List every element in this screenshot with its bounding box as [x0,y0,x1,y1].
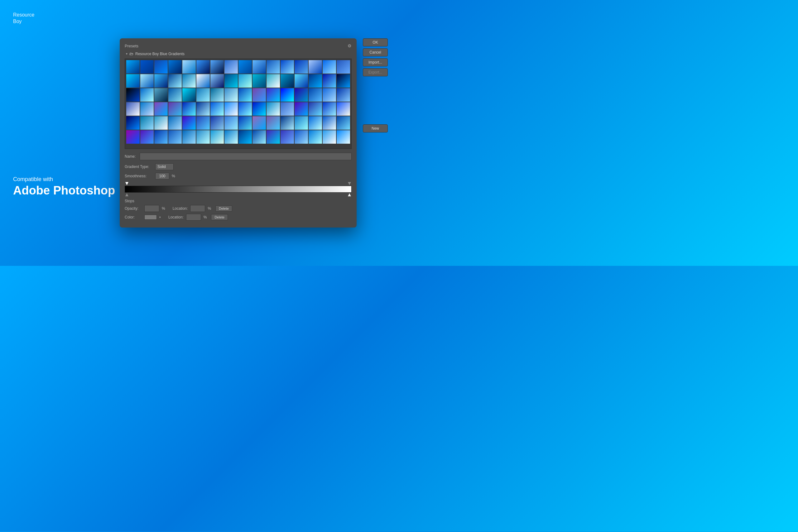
export-button[interactable]: Export... [363,68,388,76]
gradient-swatch-45[interactable] [294,88,308,101]
gradient-swatch-59[interactable] [267,102,280,116]
gradient-swatch-84[interactable] [168,130,182,144]
gradient-swatch-40[interactable] [225,88,238,101]
gradient-swatch-46[interactable] [309,88,322,101]
gear-icon[interactable]: ⚙ [347,43,352,48]
gradient-swatch-39[interactable] [210,88,224,101]
color-stop-right[interactable] [348,193,351,196]
color-dropdown-arrow[interactable]: ▾ [159,216,161,219]
gradient-swatch-70[interactable] [196,116,210,130]
gradient-swatch-30[interactable] [309,74,322,88]
gradient-swatch-15[interactable] [323,60,336,74]
gradient-swatch-12[interactable] [281,60,294,74]
gradient-swatch-20[interactable] [168,74,182,88]
gradient-swatch-35[interactable] [154,88,168,101]
gradient-swatch-7[interactable] [210,60,224,74]
name-input[interactable] [140,153,352,160]
gradient-swatch-41[interactable] [239,88,252,101]
new-gradient-button[interactable]: New [363,125,388,132]
gradient-swatch-66[interactable] [140,116,154,130]
gradient-swatch-62[interactable] [309,102,322,116]
gradient-swatch-74[interactable] [252,116,266,130]
gradient-swatch-42[interactable] [252,88,266,101]
gradient-swatch-8[interactable] [225,60,238,74]
opacity-location-input[interactable] [190,205,205,212]
gradient-swatch-24[interactable] [225,74,238,88]
gradient-swatch-81[interactable] [126,130,140,144]
gradient-swatch-21[interactable] [182,74,196,88]
gradient-swatch-77[interactable] [294,116,308,130]
gradient-swatch-11[interactable] [267,60,280,74]
gradient-swatch-3[interactable] [154,60,168,74]
import-button[interactable]: Import... [363,58,388,66]
gradient-swatch-51[interactable] [154,102,168,116]
gradient-swatch-79[interactable] [323,116,336,130]
gradient-swatch-73[interactable] [239,116,252,130]
gradient-swatch-58[interactable] [252,102,266,116]
gradient-swatch-27[interactable] [267,74,280,88]
gradient-swatch-65[interactable] [126,116,140,130]
gradient-swatch-48[interactable] [337,88,350,101]
gradient-swatch-2[interactable] [140,60,154,74]
ok-button[interactable]: OK [363,38,388,46]
gradient-swatch-34[interactable] [140,88,154,101]
gradient-swatch-36[interactable] [168,88,182,101]
gradient-swatch-10[interactable] [252,60,266,74]
gradient-swatch-56[interactable] [225,102,238,116]
gradient-preview-bar[interactable] [125,186,352,193]
gradient-swatch-80[interactable] [337,116,350,130]
gradient-swatch-71[interactable] [210,116,224,130]
opacity-stop-input[interactable] [144,205,159,212]
gradient-type-select[interactable]: Solid Noise [155,163,174,170]
gradient-swatch-72[interactable] [225,116,238,130]
gradient-swatch-38[interactable] [196,88,210,101]
gradient-swatch-49[interactable] [126,102,140,116]
gradient-swatch-54[interactable] [196,102,210,116]
gradient-swatch-4[interactable] [168,60,182,74]
gradient-swatch-17[interactable] [126,74,140,88]
gradient-swatch-13[interactable] [294,60,308,74]
gradient-swatch-82[interactable] [140,130,154,144]
gradient-swatch-16[interactable] [337,60,350,74]
gradient-swatch-28[interactable] [281,74,294,88]
gradient-swatch-55[interactable] [210,102,224,116]
gradient-swatch-90[interactable] [252,130,266,144]
chevron-down-icon[interactable]: ▾ [126,52,128,56]
gradient-swatch-89[interactable] [239,130,252,144]
gradient-swatch-9[interactable] [239,60,252,74]
opacity-stop-right[interactable] [348,182,351,185]
gradient-swatch-88[interactable] [225,130,238,144]
gradient-swatch-93[interactable] [294,130,308,144]
gradient-swatch-64[interactable] [337,102,350,116]
gradient-swatch-43[interactable] [267,88,280,101]
color-stop-left[interactable] [125,193,129,196]
gradient-swatch-23[interactable] [210,74,224,88]
gradient-swatch-22[interactable] [196,74,210,88]
gradient-swatch-33[interactable] [126,88,140,101]
gradient-swatch-44[interactable] [281,88,294,101]
gradient-swatch-19[interactable] [154,74,168,88]
gradient-swatch-52[interactable] [168,102,182,116]
gradient-swatch-78[interactable] [309,116,322,130]
gradient-swatch-31[interactable] [323,74,336,88]
gradient-swatch-91[interactable] [267,130,280,144]
opacity-delete-button[interactable]: Delete [215,205,232,212]
gradient-swatch-18[interactable] [140,74,154,88]
gradient-swatch-96[interactable] [337,130,350,144]
gradient-swatch-5[interactable] [182,60,196,74]
gradient-swatch-61[interactable] [294,102,308,116]
gradient-swatch-94[interactable] [309,130,322,144]
gradient-grid-container[interactable] [125,59,352,149]
smoothness-input[interactable] [155,173,169,179]
gradient-swatch-85[interactable] [182,130,196,144]
gradient-swatch-60[interactable] [281,102,294,116]
gradient-swatch-53[interactable] [182,102,196,116]
gradient-swatch-83[interactable] [154,130,168,144]
gradient-swatch-57[interactable] [239,102,252,116]
gradient-swatch-32[interactable] [337,74,350,88]
gradient-swatch-86[interactable] [196,130,210,144]
opacity-stop-left[interactable] [125,182,129,185]
gradient-swatch-87[interactable] [210,130,224,144]
gradient-swatch-25[interactable] [239,74,252,88]
cancel-button[interactable]: Cancel [363,48,388,56]
